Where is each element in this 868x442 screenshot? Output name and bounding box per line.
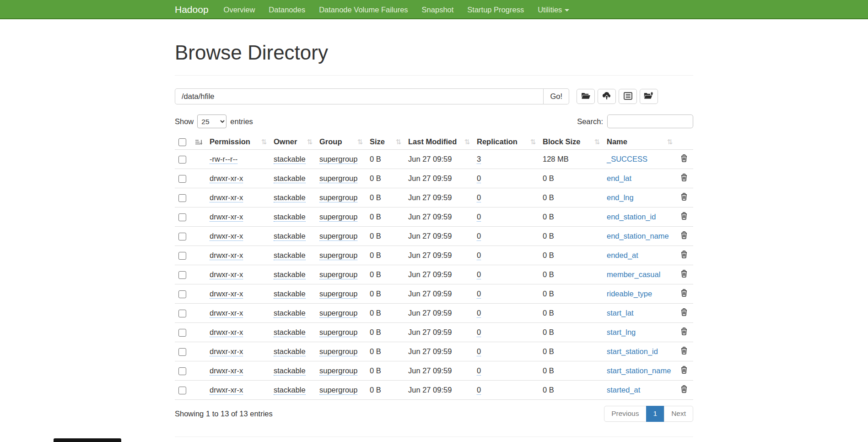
header-block-size[interactable]: Block Size⇅: [538, 135, 602, 150]
replication-cell[interactable]: 0: [477, 232, 481, 241]
header-owner[interactable]: Owner⇅: [269, 135, 315, 150]
file-name-link[interactable]: rideable_type: [607, 289, 652, 298]
permission-cell[interactable]: drwxr-xr-x: [210, 232, 243, 241]
go-button[interactable]: Go!: [544, 88, 569, 104]
owner-cell[interactable]: stackable: [274, 193, 306, 202]
row-checkbox[interactable]: [178, 213, 186, 221]
trash-icon[interactable]: [680, 251, 688, 258]
owner-cell[interactable]: stackable: [274, 386, 306, 395]
owner-cell[interactable]: stackable: [274, 289, 306, 299]
directory-path-input[interactable]: [175, 88, 544, 104]
trash-icon[interactable]: [680, 347, 688, 355]
replication-cell[interactable]: 0: [477, 270, 481, 279]
permission-cell[interactable]: drwxr-xr-x: [210, 251, 243, 260]
trash-icon[interactable]: [680, 270, 688, 278]
row-checkbox[interactable]: [178, 271, 186, 279]
permission-cell[interactable]: drwxr-xr-x: [210, 347, 243, 356]
search-input[interactable]: [607, 115, 693, 128]
header-group[interactable]: Group⇅: [315, 135, 365, 150]
header-name[interactable]: Name⇅: [602, 135, 675, 150]
file-name-link[interactable]: start_station_id: [607, 347, 658, 355]
replication-cell[interactable]: 0: [477, 193, 481, 202]
nav-item-datanode-volume-failures[interactable]: Datanode Volume Failures: [312, 0, 415, 19]
permission-cell[interactable]: drwxr-xr-x: [210, 289, 243, 299]
replication-cell[interactable]: 0: [477, 366, 481, 376]
move-file-button[interactable]: [640, 89, 658, 104]
group-cell[interactable]: supergroup: [319, 174, 357, 183]
replication-cell[interactable]: 3: [477, 155, 481, 164]
trash-icon[interactable]: [680, 174, 688, 181]
group-cell[interactable]: supergroup: [319, 232, 357, 241]
row-checkbox[interactable]: [178, 310, 186, 317]
row-checkbox[interactable]: [178, 329, 186, 337]
permission-cell[interactable]: drwxr-xr-x: [210, 174, 243, 183]
replication-cell[interactable]: 0: [477, 289, 481, 299]
owner-cell[interactable]: stackable: [274, 155, 306, 164]
header-replication[interactable]: Replication⇅: [472, 135, 538, 150]
owner-cell[interactable]: stackable: [274, 347, 306, 356]
permission-cell[interactable]: -rw-r--r--: [210, 155, 237, 164]
header-last-modified[interactable]: Last Modified⇅: [404, 135, 472, 150]
owner-cell[interactable]: stackable: [274, 174, 306, 183]
trash-icon[interactable]: [680, 366, 688, 374]
create-directory-button[interactable]: [577, 89, 595, 104]
permission-cell[interactable]: drwxr-xr-x: [210, 328, 243, 337]
trash-icon[interactable]: [680, 212, 688, 220]
nav-item-snapshot[interactable]: Snapshot: [415, 0, 461, 19]
trash-icon[interactable]: [680, 385, 688, 393]
trash-icon[interactable]: [680, 231, 688, 239]
select-all-checkbox[interactable]: [178, 138, 186, 146]
group-cell[interactable]: supergroup: [319, 328, 357, 337]
trash-icon[interactable]: [680, 327, 688, 335]
group-cell[interactable]: supergroup: [319, 347, 357, 356]
owner-cell[interactable]: stackable: [274, 251, 306, 260]
trash-icon[interactable]: [680, 308, 688, 316]
permission-cell[interactable]: drwxr-xr-x: [210, 309, 243, 318]
file-name-link[interactable]: member_casual: [607, 270, 660, 278]
header-permission[interactable]: Permission⇅: [205, 135, 269, 150]
owner-cell[interactable]: stackable: [274, 328, 306, 337]
group-cell[interactable]: supergroup: [319, 155, 357, 164]
file-name-link[interactable]: end_station_name: [607, 232, 669, 240]
nav-item-utilities-dropdown[interactable]: Utilities: [531, 0, 576, 19]
row-checkbox[interactable]: [178, 387, 186, 394]
group-cell[interactable]: supergroup: [319, 213, 357, 222]
trash-icon[interactable]: [680, 154, 688, 162]
file-name-link[interactable]: end_lat: [607, 174, 631, 182]
replication-cell[interactable]: 0: [477, 251, 481, 260]
row-checkbox[interactable]: [178, 233, 186, 240]
owner-cell[interactable]: stackable: [274, 232, 306, 241]
replication-cell[interactable]: 0: [477, 386, 481, 395]
file-name-link[interactable]: _SUCCESS: [607, 155, 647, 163]
row-checkbox[interactable]: [178, 156, 186, 164]
navbar-brand[interactable]: Hadoop: [175, 0, 209, 19]
row-checkbox[interactable]: [178, 194, 186, 202]
trash-icon[interactable]: [680, 289, 688, 297]
group-cell[interactable]: supergroup: [319, 270, 357, 279]
group-cell[interactable]: supergroup: [319, 386, 357, 395]
page-size-select[interactable]: 25: [197, 115, 226, 128]
replication-cell[interactable]: 0: [477, 328, 481, 337]
permission-cell[interactable]: drwxr-xr-x: [210, 386, 243, 395]
row-checkbox[interactable]: [178, 290, 186, 298]
row-checkbox[interactable]: [178, 367, 186, 375]
permission-cell[interactable]: drwxr-xr-x: [210, 193, 243, 202]
file-name-link[interactable]: end_lng: [607, 193, 634, 202]
group-cell[interactable]: supergroup: [319, 289, 357, 299]
nav-item-overview[interactable]: Overview: [217, 0, 262, 19]
owner-cell[interactable]: stackable: [274, 213, 306, 222]
header-size[interactable]: Size⇅: [365, 135, 404, 150]
file-name-link[interactable]: ended_at: [607, 251, 638, 259]
trash-icon[interactable]: [680, 193, 688, 201]
nav-item-startup-progress[interactable]: Startup Progress: [460, 0, 531, 19]
permission-cell[interactable]: drwxr-xr-x: [210, 213, 243, 222]
permission-cell[interactable]: drwxr-xr-x: [210, 366, 243, 376]
pagination-next[interactable]: Next: [664, 406, 693, 422]
group-cell[interactable]: supergroup: [319, 366, 357, 376]
replication-cell[interactable]: 0: [477, 347, 481, 356]
file-name-link[interactable]: started_at: [607, 386, 640, 394]
file-list-button[interactable]: [619, 89, 637, 104]
replication-cell[interactable]: 0: [477, 213, 481, 222]
nav-item-datanodes[interactable]: Datanodes: [262, 0, 312, 19]
row-checkbox[interactable]: [178, 175, 186, 183]
